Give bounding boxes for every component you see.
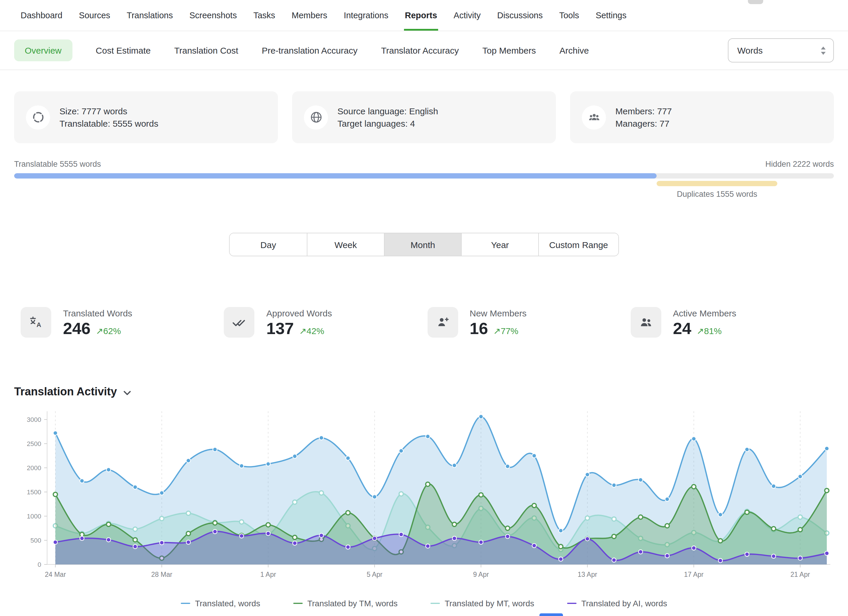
source-language-line: Source language: English xyxy=(337,105,438,117)
svg-text:0: 0 xyxy=(38,561,41,568)
top-nav: Dashboard Sources Translations Screensho… xyxy=(0,0,848,31)
legend-label: Translated by MT, words xyxy=(445,599,534,608)
members-line: Members: 777 xyxy=(615,105,672,117)
date-range-row: Day Week Month Year Custom Range xyxy=(0,233,848,256)
stat-change: 62% xyxy=(103,326,121,336)
legend-swatch xyxy=(567,603,577,604)
stat-label: Approved Words xyxy=(267,308,332,318)
people-icon xyxy=(631,307,661,338)
words-progress: Translatable 5555 words Hidden 2222 word… xyxy=(0,160,848,200)
y-axis-labels: 050010001500200025003000 xyxy=(27,416,47,568)
select-arrows-icon xyxy=(820,46,826,55)
double-check-icon xyxy=(224,307,255,338)
svg-text:1 Apr: 1 Apr xyxy=(260,571,276,578)
stat-label: New Members xyxy=(470,308,526,318)
legend-swatch xyxy=(293,603,303,604)
svg-text:1000: 1000 xyxy=(27,513,41,520)
page: Dashboard Sources Translations Screensho… xyxy=(0,0,848,616)
nav-item-members[interactable]: Members xyxy=(291,0,329,31)
tab-archive[interactable]: Archive xyxy=(559,45,589,55)
tab-top-members[interactable]: Top Members xyxy=(482,45,536,55)
stat-change: 42% xyxy=(307,326,324,336)
svg-text:500: 500 xyxy=(30,537,41,544)
unit-select-value: Words xyxy=(737,45,763,55)
target-languages-line: Target languages: 4 xyxy=(337,117,438,130)
svg-text:A: A xyxy=(37,321,41,328)
nav-item-tools[interactable]: Tools xyxy=(558,0,580,31)
nav-item-integrations[interactable]: Integrations xyxy=(342,0,390,31)
tab-translator-accuracy[interactable]: Translator Accuracy xyxy=(381,45,459,55)
activity-chart-svg: 05001000150020002500300024 Mar28 Mar1 Ap… xyxy=(14,402,834,589)
svg-text:2000: 2000 xyxy=(27,464,41,472)
duplicates-bar xyxy=(657,181,777,186)
nav-item-reports[interactable]: Reports xyxy=(404,0,439,31)
nav-item-sources[interactable]: Sources xyxy=(78,0,111,31)
stat-cards: A Translated Words 246 ↗62% Approved Wor… xyxy=(0,307,848,338)
stat-active-members: Active Members 24 ↗81% xyxy=(631,307,834,338)
nav-item-tasks[interactable]: Tasks xyxy=(252,0,276,31)
nav-item-translations[interactable]: Translations xyxy=(125,0,174,31)
legend-label: Translated by AI, words xyxy=(581,599,667,608)
tab-overview[interactable]: Overview xyxy=(14,40,72,61)
globe-icon xyxy=(304,105,328,129)
legend-item-tm[interactable]: Translated by TM, words xyxy=(293,599,398,608)
svg-text:2500: 2500 xyxy=(27,440,41,447)
range-month[interactable]: Month xyxy=(384,233,461,256)
sync-icon xyxy=(26,105,50,129)
legend-label: Translated by TM, words xyxy=(307,599,398,608)
tab-translation-cost[interactable]: Translation Cost xyxy=(174,45,238,55)
summary-card-languages: Source language: English Target language… xyxy=(292,91,556,143)
stat-approved-words: Approved Words 137 ↗42% xyxy=(224,307,427,338)
x-axis-labels: 24 Mar28 Mar1 Apr5 Apr9 Apr13 Apr17 Apr2… xyxy=(45,564,810,578)
stat-new-members: New Members 16 ↗77% xyxy=(427,307,631,338)
tab-pre-translation-accuracy[interactable]: Pre-translation Accuracy xyxy=(262,45,357,55)
stat-label: Translated Words xyxy=(63,308,132,318)
range-selector: Day Week Month Year Custom Range xyxy=(229,233,619,256)
translatable-fill xyxy=(14,173,657,178)
stat-change: 77% xyxy=(501,326,518,336)
range-week[interactable]: Week xyxy=(307,233,384,256)
svg-text:24 Mar: 24 Mar xyxy=(45,571,66,578)
legend-item-ai[interactable]: Translated by AI, words xyxy=(567,599,667,608)
progress-track xyxy=(14,173,834,178)
tab-cost-estimate[interactable]: Cost Estimate xyxy=(96,45,151,55)
legend-item-translated[interactable]: Translated, words xyxy=(181,599,260,608)
trend-arrow-icon: ↗ xyxy=(697,326,704,336)
nav-item-discussions[interactable]: Discussions xyxy=(496,0,544,31)
trend-arrow-icon: ↗ xyxy=(493,326,501,336)
chart-legend: Translated, wordsTranslated by TM, words… xyxy=(14,599,834,608)
range-year[interactable]: Year xyxy=(461,233,538,256)
nav-item-activity[interactable]: Activity xyxy=(452,0,482,31)
legend-swatch xyxy=(181,603,190,604)
person-plus-icon xyxy=(427,307,458,338)
members-icon xyxy=(582,105,606,129)
nav-item-dashboard[interactable]: Dashboard xyxy=(19,0,64,31)
stat-label: Active Members xyxy=(673,308,737,318)
cropped-button xyxy=(540,613,563,616)
summary-card-members: Members: 777 Managers: 77 xyxy=(570,91,834,143)
managers-line: Managers: 77 xyxy=(615,117,672,130)
stat-value: 16 xyxy=(470,319,488,338)
unit-select[interactable]: Words xyxy=(728,38,834,62)
summary-cards: Size: 7777 words Translatable: 5555 word… xyxy=(0,91,848,143)
svg-text:21 Apr: 21 Apr xyxy=(790,571,810,578)
svg-text:3000: 3000 xyxy=(27,416,41,423)
summary-card-size: Size: 7777 words Translatable: 5555 word… xyxy=(14,91,278,143)
section-title: Translation Activity xyxy=(14,385,117,398)
size-line: Size: 7777 words xyxy=(59,105,159,117)
legend-label: Translated, words xyxy=(195,599,260,608)
svg-text:9 Apr: 9 Apr xyxy=(473,571,489,578)
svg-text:28 Mar: 28 Mar xyxy=(151,571,172,578)
cropped-avatar xyxy=(748,0,763,4)
range-custom[interactable]: Custom Range xyxy=(538,233,618,256)
nav-item-screenshots[interactable]: Screenshots xyxy=(188,0,238,31)
translatable-line: Translatable: 5555 words xyxy=(59,117,159,130)
nav-item-settings[interactable]: Settings xyxy=(594,0,628,31)
hidden-label: Hidden 2222 words xyxy=(765,160,834,169)
report-tabs-row: Overview Cost Estimate Translation Cost … xyxy=(0,31,848,70)
stat-value: 24 xyxy=(673,319,691,338)
svg-text:17 Apr: 17 Apr xyxy=(684,571,704,578)
range-day[interactable]: Day xyxy=(230,233,307,256)
chevron-down-icon[interactable] xyxy=(123,389,131,396)
legend-item-mt[interactable]: Translated by MT, words xyxy=(430,599,534,608)
